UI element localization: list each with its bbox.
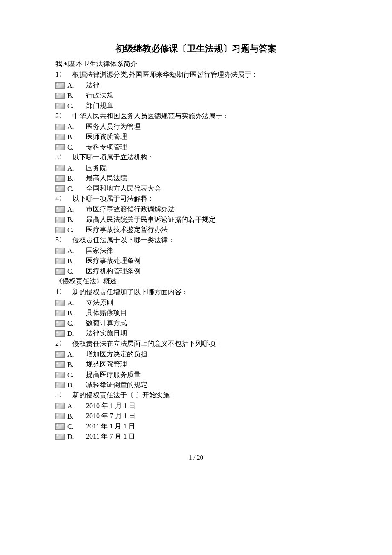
option-label: B.: [66, 216, 79, 224]
option-text: 最高人民法院关于民事诉讼证据的若干规定: [79, 215, 337, 224]
checkbox-icon[interactable]: [55, 268, 65, 275]
option-label: B.: [66, 413, 79, 420]
page-number: 1 / 20: [55, 454, 337, 461]
document-title: 初级继教必修课〔卫生法规〕习题与答案: [55, 43, 337, 55]
checkbox-icon[interactable]: [55, 165, 65, 171]
question-text: 中华人民共和国医务人员医德规范与实施办法属于：: [72, 112, 337, 121]
option-text: 行政法规: [79, 91, 337, 100]
option-text: 法律实施日期: [79, 329, 337, 338]
option-text: 医疗事故处理条例: [79, 257, 337, 266]
checkbox-icon[interactable]: [55, 227, 65, 233]
option-row: C.2011 年 1 月 1 日: [55, 422, 337, 431]
question-row: 2〉侵权责任法在立法层面上的意义不包括下列哪项：: [55, 339, 337, 348]
checkbox-icon[interactable]: [55, 206, 65, 213]
question-text: 根据法律渊源分类,外国医师来华短期行医暂行管理办法属于：: [72, 70, 337, 79]
question-number: 5〉: [55, 236, 72, 245]
checkbox-icon[interactable]: [55, 434, 65, 440]
checkbox-icon[interactable]: [55, 144, 65, 150]
option-text: 2011 年 7 月 1 日: [79, 432, 337, 441]
option-label: C.: [66, 185, 79, 193]
question-number: 4〉: [55, 194, 72, 203]
option-text: 2010 年 1 月 1 日: [79, 402, 337, 410]
option-label: D.: [66, 330, 79, 338]
option-text: 国务院: [79, 164, 337, 173]
option-row: C.医疗事故技术鉴定暂行办法: [55, 225, 337, 234]
checkbox-icon[interactable]: [55, 258, 65, 264]
option-text: 提高医疗服务质量: [79, 370, 337, 379]
checkbox-icon[interactable]: [55, 403, 65, 409]
option-text: 医务人员行为管理: [79, 122, 337, 131]
option-text: 医疗机构管理条例: [79, 267, 337, 276]
option-label: A.: [66, 165, 79, 172]
option-label: A.: [66, 299, 79, 307]
option-text: 国家法律: [79, 246, 337, 255]
question-text: 以下哪一项属于司法解释：: [72, 194, 337, 203]
option-row: B.医疗事故处理条例: [55, 257, 337, 266]
option-label: A.: [66, 402, 79, 410]
option-row: D.2011 年 7 月 1 日: [55, 432, 337, 441]
option-row: B.2010 年 7 月 1 日: [55, 412, 337, 421]
checkbox-icon[interactable]: [55, 413, 65, 419]
option-row: B.规范医院管理: [55, 360, 337, 369]
option-label: A.: [66, 206, 79, 214]
question-row: 1〉新的侵权责任增加了以下哪方面内容：: [55, 288, 337, 297]
checkbox-icon[interactable]: [55, 382, 65, 388]
question-text: 新的侵权责任法于〔 〕开始实施：: [72, 391, 337, 400]
checkbox-icon[interactable]: [55, 300, 65, 306]
question-row: 1〉根据法律渊源分类,外国医师来华短期行医暂行管理办法属于：: [55, 70, 337, 79]
checkbox-icon[interactable]: [55, 134, 65, 140]
option-row: B.医师资质管理: [55, 133, 337, 142]
checkbox-icon[interactable]: [55, 351, 65, 358]
checkbox-icon[interactable]: [55, 82, 65, 89]
checkbox-icon[interactable]: [55, 310, 65, 316]
checkbox-icon[interactable]: [55, 330, 65, 337]
option-text: 增加医方决定的负担: [79, 350, 337, 359]
option-label: D.: [66, 433, 79, 441]
option-row: A.立法原则: [55, 298, 337, 307]
question-number: 2〉: [55, 339, 72, 348]
option-text: 数额计算方式: [79, 319, 337, 328]
option-label: D.: [66, 382, 79, 389]
option-row: B.具体赔偿项目: [55, 309, 337, 318]
checkbox-icon[interactable]: [55, 320, 65, 327]
question-number: 2〉: [55, 112, 72, 121]
section-header: 《侵权责任法》概述: [55, 277, 337, 286]
option-row: B.最高人民法院关于民事诉讼证据的若干规定: [55, 215, 337, 224]
option-label: C.: [66, 371, 79, 379]
checkbox-icon[interactable]: [55, 423, 65, 430]
option-label: A.: [66, 82, 79, 90]
option-label: A.: [66, 351, 79, 358]
option-text: 法律: [79, 81, 337, 90]
section-header: 我国基本卫生法律体系简介: [55, 60, 337, 69]
option-label: A.: [66, 247, 79, 255]
option-text: 专科专项管理: [79, 143, 337, 152]
checkbox-icon[interactable]: [55, 124, 65, 130]
question-number: 3〉: [55, 153, 72, 162]
question-row: 3〉新的侵权责任法于〔 〕开始实施：: [55, 391, 337, 400]
option-label: C.: [66, 268, 79, 275]
option-text: 医疗事故技术鉴定暂行办法: [79, 225, 337, 234]
option-label: B.: [66, 175, 79, 182]
checkbox-icon[interactable]: [55, 92, 65, 99]
option-text: 2011 年 1 月 1 日: [79, 422, 337, 431]
checkbox-icon[interactable]: [55, 217, 65, 223]
checkbox-icon[interactable]: [55, 372, 65, 378]
checkbox-icon[interactable]: [55, 175, 65, 182]
question-row: 3〉以下哪一项属于立法机构：: [55, 153, 337, 162]
option-row: C.数额计算方式: [55, 319, 337, 328]
option-text: 2010 年 7 月 1 日: [79, 412, 337, 421]
question-text: 侵权责任法属于以下哪一类法律：: [72, 236, 337, 245]
checkbox-icon[interactable]: [55, 185, 65, 192]
option-row: C.部门规章: [55, 101, 337, 110]
option-text: 部门规章: [79, 101, 337, 110]
question-number: 1〉: [55, 288, 72, 297]
option-label: A.: [66, 123, 79, 131]
checkbox-icon[interactable]: [55, 248, 65, 254]
question-number: 3〉: [55, 391, 72, 400]
checkbox-icon[interactable]: [55, 103, 65, 109]
option-row: A.市医疗事故赔偿行政调解办法: [55, 205, 337, 214]
option-text: 最高人民法院: [79, 174, 337, 183]
option-label: B.: [66, 92, 79, 100]
option-row: A.医务人员行为管理: [55, 122, 337, 131]
checkbox-icon[interactable]: [55, 361, 65, 368]
